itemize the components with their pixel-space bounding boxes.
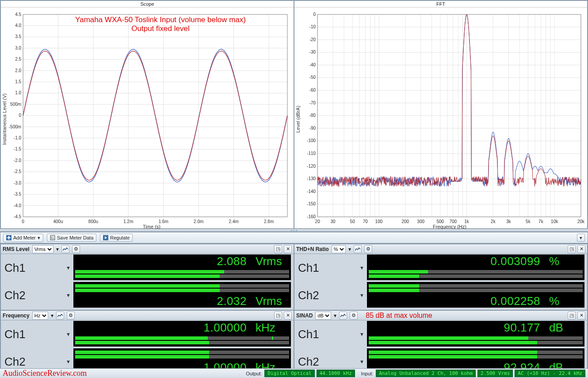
svg-text:-120: -120 — [307, 164, 316, 169]
sinad-gear-button[interactable]: ⚙ — [350, 312, 358, 320]
thd-ch2-bar1 — [369, 284, 583, 288]
save-meter-label: Save Meter Data — [57, 235, 94, 240]
svg-text:-10: -10 — [309, 24, 316, 29]
output-label: Output: — [241, 371, 263, 376]
svg-text:10k: 10k — [551, 219, 558, 224]
sinad-annotation: 85 dB at max volume — [366, 312, 432, 320]
fft-plot[interactable]: -160-150-140-130-120-110-100-90-80-70-60… — [294, 8, 587, 231]
freq-gear-button[interactable]: ⚙ — [67, 312, 75, 320]
rms-panel: RMS Level Vrms ▾ ⚙ ◳ ✕ Ch1▼ 2.088 Vrms C… — [0, 244, 294, 310]
svg-text:1.6m: 1.6m — [159, 219, 168, 224]
rms-ch2-dropdown[interactable]: ▼ — [66, 293, 71, 298]
freq-ch2-dropdown[interactable]: ▼ — [66, 359, 71, 364]
svg-text:1k: 1k — [464, 219, 470, 224]
collapse-button[interactable]: ▾ — [577, 234, 585, 242]
freq-ch1-dropdown[interactable]: ▼ — [66, 332, 71, 337]
svg-text:400u: 400u — [53, 219, 63, 224]
rms-close-button[interactable]: ✕ — [284, 245, 292, 253]
dropdown-caret-icon: ▾ — [334, 312, 336, 319]
regulate-label: Regulate — [110, 235, 130, 240]
meters-grid: RMS Level Vrms ▾ ⚙ ◳ ✕ Ch1▼ 2.088 Vrms C… — [0, 243, 588, 377]
sinad-ch2-bar2 — [369, 355, 583, 359]
fft-xlabel: Frequency (Hz) — [433, 224, 466, 229]
svg-text:2.4m: 2.4m — [229, 219, 239, 224]
svg-text:-1.0: -1.0 — [14, 135, 22, 140]
svg-text:700: 700 — [449, 219, 457, 224]
svg-text:7k: 7k — [538, 219, 544, 224]
rms-ch1-bar1 — [75, 270, 289, 274]
svg-text:1.5: 1.5 — [15, 79, 21, 84]
input-bw-chip[interactable]: AC (<10 Hz) - 22.4 kHz — [515, 370, 585, 377]
svg-text:-4.5: -4.5 — [14, 214, 22, 219]
freq-popout-button[interactable]: ◳ — [274, 312, 282, 320]
freq-stats-button[interactable] — [56, 312, 64, 320]
sinad-ch1-bar2 — [369, 341, 583, 344]
freq-ch1-readout: 1.00000 kHz — [73, 321, 291, 334]
output-type-chip[interactable]: Digital Optical — [264, 370, 314, 377]
svg-text:300: 300 — [417, 219, 424, 224]
scope-title: Scope — [1, 1, 294, 8]
save-meter-button[interactable]: Save Meter Data — [47, 234, 97, 242]
rms-ch1-dropdown[interactable]: ▼ — [66, 265, 71, 270]
svg-text:20k: 20k — [577, 219, 585, 224]
svg-text:-1.5: -1.5 — [14, 147, 22, 151]
thd-ch2-dropdown[interactable]: ▼ — [359, 293, 364, 298]
thd-stats-button[interactable] — [354, 245, 362, 253]
svg-text:2.0: 2.0 — [15, 68, 21, 73]
svg-text:-50: -50 — [309, 75, 316, 80]
thd-gear-button[interactable]: ⚙ — [364, 245, 372, 253]
svg-text:0: 0 — [313, 12, 316, 17]
fft-svg: -160-150-140-130-120-110-100-90-80-70-60… — [294, 8, 587, 231]
svg-text:-500m: -500m — [9, 124, 21, 129]
rms-body: Ch1▼ 2.088 Vrms Ch2▼ 2.032 Vrms — [1, 254, 294, 310]
scope-panel: Scope Yamaha WXA-50 Toslink Input (volum… — [0, 0, 294, 229]
sinad-title: SINAD — [296, 312, 313, 319]
regulate-button[interactable]: Regulate — [100, 234, 133, 242]
plots-row: Scope Yamaha WXA-50 Toslink Input (volum… — [0, 0, 588, 229]
output-rate-chip[interactable]: 44.1000 kHz — [317, 370, 355, 377]
thd-header: THD+N Ratio % ▾ ⚙ ◳ ✕ — [294, 244, 587, 254]
thd-unit-select[interactable]: % — [332, 245, 346, 253]
rms-ch2-bar2 — [75, 289, 289, 292]
sinad-popout-button[interactable]: ◳ — [568, 312, 576, 320]
sinad-ch1-row: Ch1▼ 90.177 dB — [298, 320, 584, 348]
svg-text:-30: -30 — [309, 50, 316, 54]
thd-popout-button[interactable]: ◳ — [568, 245, 576, 253]
svg-text:-80: -80 — [309, 113, 316, 118]
rms-gear-button[interactable]: ⚙ — [72, 245, 80, 253]
add-meter-button[interactable]: Add Meter ▾ — [3, 234, 43, 242]
thd-close-button[interactable]: ✕ — [577, 245, 585, 253]
sinad-close-button[interactable]: ✕ — [577, 312, 585, 320]
sinad-ch1-dropdown[interactable]: ▼ — [359, 332, 364, 337]
freq-unit-select[interactable]: Hz — [32, 312, 48, 320]
fft-panel: FFT -160-150-140-130-120-110-100-90-80-7… — [294, 0, 588, 229]
sinad-header: SINAD dB ▾ ⚙ 85 dB at max volume ◳ ✕ — [294, 311, 587, 320]
freq-ch1-bar1 — [75, 336, 289, 340]
sinad-ch1-unit: dB — [549, 321, 580, 335]
scope-plot[interactable]: Yamaha WXA-50 Toslink Input (volume belo… — [1, 8, 294, 231]
sinad-stats-button[interactable] — [339, 312, 347, 320]
rms-popout-button[interactable]: ◳ — [274, 245, 282, 253]
rms-ch2-unit: Vrms — [256, 294, 286, 308]
svg-text:4.5: 4.5 — [15, 12, 21, 17]
rms-ch2-bar1 — [75, 284, 289, 288]
rms-stats-button[interactable] — [61, 245, 69, 253]
input-level-chip[interactable]: 2.500 Vrms — [477, 370, 513, 377]
freq-close-button[interactable]: ✕ — [284, 312, 292, 320]
svg-text:4.0: 4.0 — [15, 23, 21, 28]
plus-icon — [6, 235, 11, 240]
rms-ch2-row: Ch2▼ 2.032 Vrms — [4, 282, 291, 309]
scope-svg: -4.5-4.0-3.5-3.0-2.5-2.0-1.5-1.0-500m050… — [1, 8, 294, 231]
meters-container: RMS Level Vrms ▾ ⚙ ◳ ✕ Ch1▼ 2.088 Vrms C… — [0, 243, 588, 377]
freq-ch2-label: Ch2▼ — [4, 355, 73, 369]
rms-ch1-label: Ch1▼ — [4, 261, 73, 275]
rms-unit-select[interactable]: Vrms — [32, 245, 53, 253]
sinad-ch2-dropdown[interactable]: ▼ — [359, 359, 364, 364]
sinad-unit-select[interactable]: dB — [315, 312, 331, 320]
input-type-chip[interactable]: Analog Unbalanced 2 Ch, 100 kohm — [376, 370, 476, 377]
svg-text:-150: -150 — [307, 201, 316, 206]
svg-text:-90: -90 — [309, 126, 316, 131]
svg-text:1.0: 1.0 — [15, 90, 21, 95]
fft-title: FFT — [294, 1, 587, 8]
thd-ch1-dropdown[interactable]: ▼ — [359, 265, 364, 270]
